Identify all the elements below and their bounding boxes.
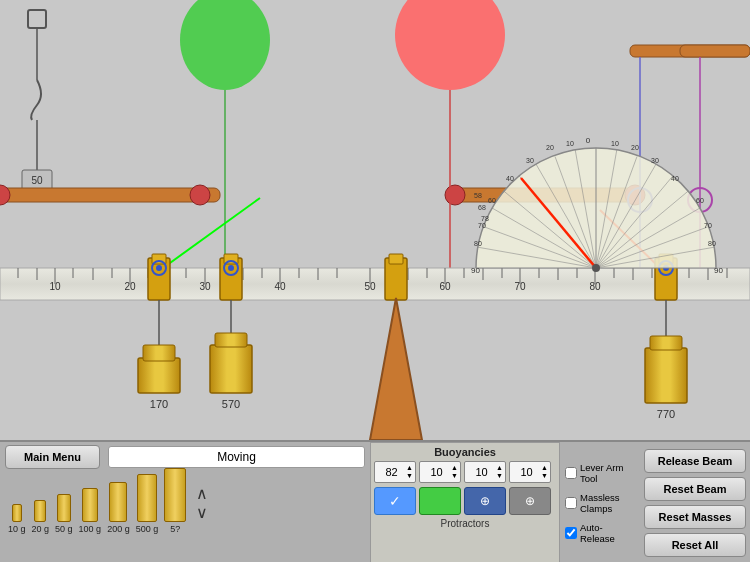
mass-500g[interactable]: 500 g bbox=[136, 474, 159, 534]
status-text: Moving bbox=[217, 450, 256, 464]
buoyancies-panel: Buoyancies 82 ▲ ▼ 10 ▲ ▼ 10 bbox=[370, 442, 560, 562]
buoyancy-spinner-3[interactable]: 10 ▲ ▼ bbox=[464, 461, 506, 483]
svg-text:10: 10 bbox=[566, 140, 574, 147]
svg-text:70: 70 bbox=[478, 222, 486, 229]
mass-10g[interactable]: 10 g bbox=[8, 504, 26, 534]
svg-text:20: 20 bbox=[631, 144, 639, 151]
mass-palette-area: 10 g 20 g 50 g 100 g 200 g bbox=[0, 470, 370, 562]
svg-text:40: 40 bbox=[506, 175, 514, 182]
svg-text:80: 80 bbox=[708, 240, 716, 247]
mass-20g[interactable]: 20 g bbox=[32, 500, 50, 534]
svg-text:0: 0 bbox=[586, 136, 591, 145]
svg-text:170: 170 bbox=[150, 398, 168, 410]
svg-text:40: 40 bbox=[671, 175, 679, 182]
release-beam-button[interactable]: Release Beam bbox=[644, 449, 746, 473]
buoyancy-icons-row: ✓ ⊕ ⊕ bbox=[374, 487, 556, 515]
buoyancy-compass-blue-icon[interactable]: ⊕ bbox=[464, 487, 506, 515]
svg-text:60: 60 bbox=[696, 197, 704, 204]
svg-point-19 bbox=[395, 0, 505, 90]
svg-rect-90 bbox=[143, 345, 175, 361]
svg-rect-0 bbox=[28, 10, 46, 28]
svg-point-7 bbox=[190, 185, 210, 205]
lever-arm-tool-input[interactable] bbox=[565, 467, 577, 479]
status-display: Moving bbox=[108, 446, 365, 468]
svg-marker-85 bbox=[370, 298, 422, 440]
reset-beam-button[interactable]: Reset Beam bbox=[644, 477, 746, 501]
reset-all-button[interactable]: Reset All bbox=[644, 533, 746, 557]
main-menu-button[interactable]: Main Menu bbox=[5, 445, 100, 469]
simulation-svg: 50 bbox=[0, 0, 750, 440]
protractors-label: Protractors bbox=[374, 518, 556, 529]
svg-point-137 bbox=[592, 264, 600, 272]
svg-point-78 bbox=[228, 265, 234, 271]
mass-100g[interactable]: 100 g bbox=[79, 488, 102, 534]
buoyancy-spinners: 82 ▲ ▼ 10 ▲ ▼ 10 ▲ ▼ bbox=[374, 461, 556, 483]
control-panel: Main Menu Moving 10 g 20 g 50 g bbox=[0, 440, 750, 562]
svg-text:70: 70 bbox=[704, 222, 712, 229]
svg-text:50: 50 bbox=[31, 175, 43, 186]
simulation-area: 50 bbox=[0, 0, 750, 440]
svg-rect-5 bbox=[0, 188, 220, 202]
reset-masses-button[interactable]: Reset Masses bbox=[644, 505, 746, 529]
buoyancies-title: Buoyancies bbox=[374, 446, 556, 458]
mass-palette-row: 10 g 20 g 50 g 100 g 200 g bbox=[0, 470, 370, 538]
svg-point-17 bbox=[180, 0, 270, 90]
svg-text:10: 10 bbox=[611, 140, 619, 147]
svg-rect-12 bbox=[680, 45, 750, 57]
mass-5q[interactable]: 5? bbox=[164, 468, 186, 534]
svg-text:68: 68 bbox=[478, 204, 486, 211]
buoyancy-spinner-1[interactable]: 82 ▲ ▼ bbox=[374, 461, 416, 483]
buoyancy-spinner-2[interactable]: 10 ▲ ▼ bbox=[419, 461, 461, 483]
massless-clamps-checkbox[interactable]: Massless Clamps bbox=[565, 492, 635, 514]
svg-text:20: 20 bbox=[546, 144, 554, 151]
svg-text:570: 570 bbox=[222, 398, 240, 410]
svg-text:30: 30 bbox=[651, 157, 659, 164]
svg-point-74 bbox=[156, 265, 162, 271]
buoyancy-spinner-4[interactable]: 10 ▲ ▼ bbox=[509, 461, 551, 483]
mass-50g[interactable]: 50 g bbox=[55, 494, 73, 534]
massless-clamps-input[interactable] bbox=[565, 497, 577, 509]
svg-rect-93 bbox=[215, 333, 247, 347]
svg-text:80: 80 bbox=[474, 240, 482, 247]
svg-rect-80 bbox=[389, 254, 403, 264]
svg-rect-89 bbox=[138, 358, 180, 393]
svg-text:90: 90 bbox=[471, 266, 480, 275]
svg-rect-96 bbox=[650, 336, 682, 350]
up-down-arrows[interactable]: ∧ ∨ bbox=[196, 484, 208, 522]
svg-text:60: 60 bbox=[488, 197, 496, 204]
mass-200g[interactable]: 200 g bbox=[107, 482, 130, 534]
svg-text:90: 90 bbox=[714, 266, 723, 275]
svg-line-21 bbox=[163, 198, 260, 268]
svg-text:30: 30 bbox=[526, 157, 534, 164]
buoyancy-check-icon[interactable]: ✓ bbox=[374, 487, 416, 515]
svg-text:58: 58 bbox=[474, 192, 482, 199]
auto-release-input[interactable] bbox=[565, 527, 577, 539]
buoyancy-compass-red-icon[interactable]: ⊕ bbox=[509, 487, 551, 515]
options-panel: Lever Arm Tool Massless Clamps Auto-Rele… bbox=[560, 442, 640, 562]
svg-rect-92 bbox=[210, 345, 252, 393]
lever-arm-tool-checkbox[interactable]: Lever Arm Tool bbox=[565, 462, 635, 484]
svg-text:770: 770 bbox=[657, 408, 675, 420]
svg-text:78: 78 bbox=[481, 215, 489, 222]
svg-rect-95 bbox=[645, 348, 687, 403]
buoyancy-green-icon[interactable] bbox=[419, 487, 461, 515]
action-buttons: Release Beam Reset Beam Reset Masses Res… bbox=[640, 442, 750, 562]
svg-point-9 bbox=[445, 185, 465, 205]
auto-release-checkbox[interactable]: Auto-Release bbox=[565, 522, 635, 544]
